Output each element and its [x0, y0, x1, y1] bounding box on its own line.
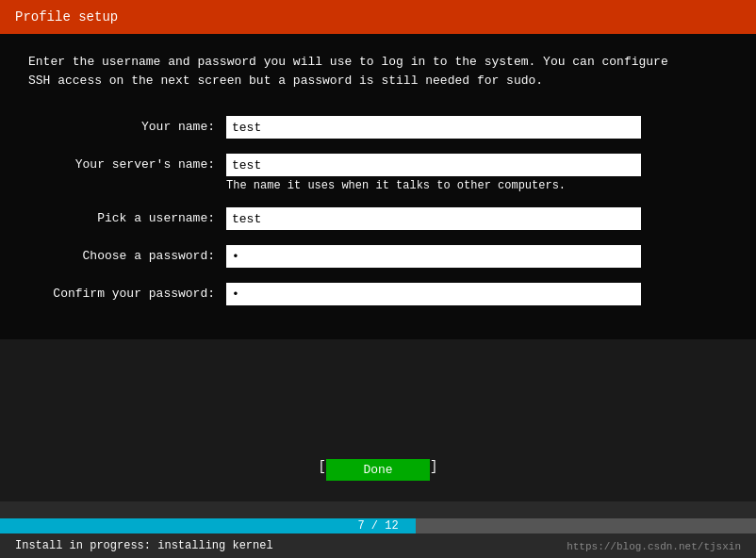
- title-text: Profile setup: [15, 9, 118, 25]
- done-button-row: [ Done ]: [0, 459, 756, 481]
- main-content: Enter the username and password you will…: [0, 34, 756, 339]
- form-row-your-name: Your name:: [28, 116, 728, 139]
- label-username: Pick a username:: [28, 207, 226, 225]
- input-your-name[interactable]: [226, 116, 641, 139]
- field-container-password: [226, 245, 728, 268]
- form-row-confirm-password: Confirm your password:: [28, 283, 728, 305]
- form-container: Your name: Your server's name: The name …: [28, 116, 728, 320]
- label-password: Choose a password:: [28, 245, 226, 263]
- install-status: Install in progress: installing kernel: [15, 539, 273, 552]
- done-button[interactable]: Done: [326, 459, 430, 481]
- input-server-name[interactable]: [226, 154, 641, 176]
- input-username[interactable]: [226, 207, 641, 230]
- title-bar: Profile setup: [0, 0, 756, 34]
- form-row-username: Pick a username:: [28, 207, 728, 230]
- label-your-name: Your name:: [28, 116, 226, 134]
- description-text: Enter the username and password you will…: [28, 53, 669, 90]
- form-row-server-name: Your server's name: The name it uses whe…: [28, 154, 728, 192]
- input-password[interactable]: [226, 245, 641, 268]
- hint-server-name: The name it uses when it talks to other …: [226, 179, 728, 192]
- field-container-confirm-password: [226, 283, 728, 305]
- label-server-name: Your server's name:: [28, 154, 226, 172]
- done-bracket-left: [: [319, 459, 326, 481]
- field-container-server-name: The name it uses when it talks to other …: [226, 154, 728, 192]
- field-container-username: [226, 207, 728, 230]
- label-confirm-password: Confirm your password:: [28, 283, 226, 301]
- done-bracket-right: ]: [430, 459, 437, 481]
- progress-text: 7 / 12: [0, 518, 756, 533]
- form-row-password: Choose a password:: [28, 245, 728, 268]
- watermark: https://blog.csdn.net/tjsxin: [567, 541, 741, 552]
- bottom-bar: 7 / 12 Install in progress: installing k…: [0, 501, 756, 558]
- field-container-your-name: [226, 116, 728, 139]
- input-confirm-password[interactable]: [226, 283, 641, 305]
